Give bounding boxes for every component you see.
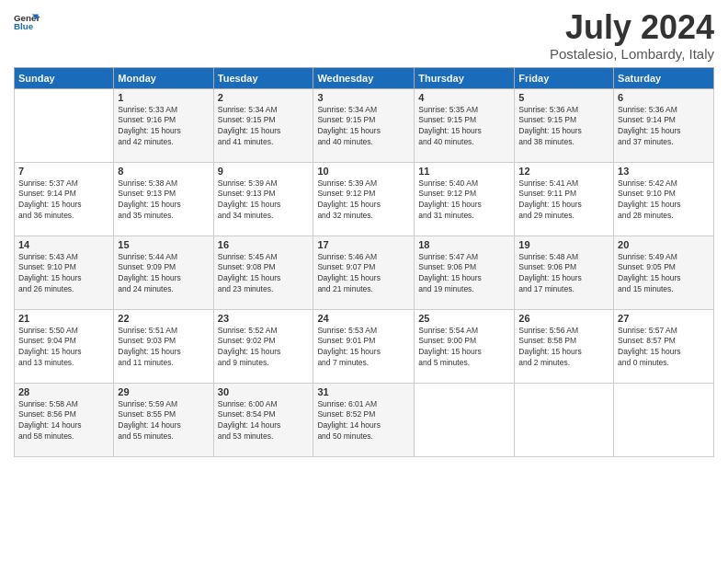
day-cell: 28Sunrise: 5:58 AMSunset: 8:56 PMDayligh… xyxy=(15,383,114,456)
day-cell: 5Sunrise: 5:36 AMSunset: 9:15 PMDaylight… xyxy=(515,88,614,162)
day-cell: 4Sunrise: 5:35 AMSunset: 9:15 PMDaylight… xyxy=(415,88,515,162)
day-number: 16 xyxy=(218,239,310,250)
day-info: Sunrise: 5:43 AMSunset: 9:10 PMDaylight:… xyxy=(18,252,109,296)
day-number: 5 xyxy=(518,92,609,103)
day-number: 6 xyxy=(618,92,710,103)
day-info: Sunrise: 5:34 AMSunset: 9:15 PMDaylight:… xyxy=(218,105,310,149)
day-number: 26 xyxy=(518,313,609,324)
header: General Blue July 2024 Postalesio, Lomba… xyxy=(14,9,714,62)
week-row-1: 1Sunrise: 5:33 AMSunset: 9:16 PMDaylight… xyxy=(15,88,714,162)
col-sunday: Sunday xyxy=(15,67,114,88)
month-title: July 2024 xyxy=(550,9,714,46)
day-cell xyxy=(614,383,714,456)
calendar-header: Sunday Monday Tuesday Wednesday Thursday… xyxy=(15,67,714,88)
location-title: Postalesio, Lombardy, Italy xyxy=(550,46,714,62)
day-info: Sunrise: 6:01 AMSunset: 8:52 PMDaylight:… xyxy=(317,399,410,443)
day-cell: 20Sunrise: 5:49 AMSunset: 9:05 PMDayligh… xyxy=(614,236,714,309)
day-number: 24 xyxy=(317,313,410,324)
day-info: Sunrise: 5:45 AMSunset: 9:08 PMDaylight:… xyxy=(218,252,310,296)
day-cell: 2Sunrise: 5:34 AMSunset: 9:15 PMDaylight… xyxy=(213,88,313,162)
calendar-body: 1Sunrise: 5:33 AMSunset: 9:16 PMDaylight… xyxy=(15,88,714,456)
day-cell xyxy=(415,383,515,456)
calendar-table: Sunday Monday Tuesday Wednesday Thursday… xyxy=(14,67,714,457)
day-number: 7 xyxy=(18,166,109,177)
day-info: Sunrise: 5:53 AMSunset: 9:01 PMDaylight:… xyxy=(317,326,410,370)
day-cell: 8Sunrise: 5:38 AMSunset: 9:13 PMDaylight… xyxy=(114,162,213,236)
col-tuesday: Tuesday xyxy=(213,67,313,88)
day-cell: 31Sunrise: 6:01 AMSunset: 8:52 PMDayligh… xyxy=(313,383,415,456)
day-number: 14 xyxy=(18,239,109,250)
day-number: 15 xyxy=(118,239,209,250)
day-info: Sunrise: 5:35 AMSunset: 9:15 PMDaylight:… xyxy=(418,105,510,149)
day-info: Sunrise: 5:39 AMSunset: 9:13 PMDaylight:… xyxy=(218,178,310,223)
day-info: Sunrise: 5:54 AMSunset: 9:00 PMDaylight:… xyxy=(418,326,510,370)
day-info: Sunrise: 5:33 AMSunset: 9:16 PMDaylight:… xyxy=(118,105,209,149)
day-number: 23 xyxy=(218,313,310,324)
day-number: 17 xyxy=(317,239,410,250)
day-info: Sunrise: 5:34 AMSunset: 9:15 PMDaylight:… xyxy=(317,105,410,149)
logo-icon: General Blue xyxy=(14,9,40,35)
week-row-4: 21Sunrise: 5:50 AMSunset: 9:04 PMDayligh… xyxy=(15,309,714,383)
day-cell: 14Sunrise: 5:43 AMSunset: 9:10 PMDayligh… xyxy=(15,236,114,309)
day-number: 19 xyxy=(518,239,609,250)
day-cell xyxy=(515,383,614,456)
day-cell: 24Sunrise: 5:53 AMSunset: 9:01 PMDayligh… xyxy=(313,309,415,383)
day-cell xyxy=(15,88,114,162)
day-info: Sunrise: 5:42 AMSunset: 9:10 PMDaylight:… xyxy=(618,178,710,223)
day-cell: 19Sunrise: 5:48 AMSunset: 9:06 PMDayligh… xyxy=(515,236,614,309)
day-number: 21 xyxy=(18,313,109,324)
day-info: Sunrise: 5:41 AMSunset: 9:11 PMDaylight:… xyxy=(518,178,609,223)
day-info: Sunrise: 5:59 AMSunset: 8:55 PMDaylight:… xyxy=(118,399,209,443)
day-info: Sunrise: 5:37 AMSunset: 9:14 PMDaylight:… xyxy=(18,178,109,223)
day-cell: 15Sunrise: 5:44 AMSunset: 9:09 PMDayligh… xyxy=(114,236,213,309)
day-cell: 27Sunrise: 5:57 AMSunset: 8:57 PMDayligh… xyxy=(614,309,714,383)
week-row-5: 28Sunrise: 5:58 AMSunset: 8:56 PMDayligh… xyxy=(15,383,714,456)
title-block: July 2024 Postalesio, Lombardy, Italy xyxy=(550,9,714,62)
day-number: 30 xyxy=(218,386,310,397)
day-cell: 22Sunrise: 5:51 AMSunset: 9:03 PMDayligh… xyxy=(114,309,213,383)
day-info: Sunrise: 5:38 AMSunset: 9:13 PMDaylight:… xyxy=(118,178,209,223)
day-number: 31 xyxy=(317,386,410,397)
day-number: 28 xyxy=(18,386,109,397)
day-number: 1 xyxy=(118,92,209,103)
day-cell: 17Sunrise: 5:46 AMSunset: 9:07 PMDayligh… xyxy=(313,236,415,309)
day-info: Sunrise: 5:36 AMSunset: 9:14 PMDaylight:… xyxy=(618,105,710,149)
day-info: Sunrise: 5:44 AMSunset: 9:09 PMDaylight:… xyxy=(118,252,209,296)
svg-text:Blue: Blue xyxy=(14,21,34,31)
day-number: 4 xyxy=(418,92,510,103)
day-info: Sunrise: 5:40 AMSunset: 9:12 PMDaylight:… xyxy=(418,178,510,223)
day-number: 2 xyxy=(218,92,310,103)
day-number: 8 xyxy=(118,166,209,177)
logo: General Blue xyxy=(14,9,40,35)
day-info: Sunrise: 5:49 AMSunset: 9:05 PMDaylight:… xyxy=(618,252,710,296)
day-cell: 1Sunrise: 5:33 AMSunset: 9:16 PMDaylight… xyxy=(114,88,213,162)
day-number: 20 xyxy=(618,239,710,250)
day-info: Sunrise: 5:47 AMSunset: 9:06 PMDaylight:… xyxy=(418,252,510,296)
day-number: 10 xyxy=(317,166,410,177)
day-number: 27 xyxy=(618,313,710,324)
day-cell: 26Sunrise: 5:56 AMSunset: 8:58 PMDayligh… xyxy=(515,309,614,383)
col-wednesday: Wednesday xyxy=(313,67,415,88)
day-number: 25 xyxy=(418,313,510,324)
day-number: 11 xyxy=(418,166,510,177)
day-cell: 29Sunrise: 5:59 AMSunset: 8:55 PMDayligh… xyxy=(114,383,213,456)
day-number: 29 xyxy=(118,386,209,397)
day-cell: 18Sunrise: 5:47 AMSunset: 9:06 PMDayligh… xyxy=(415,236,515,309)
day-cell: 30Sunrise: 6:00 AMSunset: 8:54 PMDayligh… xyxy=(213,383,313,456)
day-cell: 25Sunrise: 5:54 AMSunset: 9:00 PMDayligh… xyxy=(415,309,515,383)
col-friday: Friday xyxy=(515,67,614,88)
day-info: Sunrise: 5:56 AMSunset: 8:58 PMDaylight:… xyxy=(518,326,609,370)
day-cell: 6Sunrise: 5:36 AMSunset: 9:14 PMDaylight… xyxy=(614,88,714,162)
day-cell: 3Sunrise: 5:34 AMSunset: 9:15 PMDaylight… xyxy=(313,88,415,162)
col-saturday: Saturday xyxy=(614,67,714,88)
day-info: Sunrise: 5:52 AMSunset: 9:02 PMDaylight:… xyxy=(218,326,310,370)
day-info: Sunrise: 6:00 AMSunset: 8:54 PMDaylight:… xyxy=(218,399,310,443)
day-info: Sunrise: 5:57 AMSunset: 8:57 PMDaylight:… xyxy=(618,326,710,370)
day-info: Sunrise: 5:36 AMSunset: 9:15 PMDaylight:… xyxy=(518,105,609,149)
header-row: Sunday Monday Tuesday Wednesday Thursday… xyxy=(15,67,714,88)
day-info: Sunrise: 5:46 AMSunset: 9:07 PMDaylight:… xyxy=(317,252,410,296)
day-cell: 11Sunrise: 5:40 AMSunset: 9:12 PMDayligh… xyxy=(415,162,515,236)
day-cell: 16Sunrise: 5:45 AMSunset: 9:08 PMDayligh… xyxy=(213,236,313,309)
day-number: 9 xyxy=(218,166,310,177)
day-info: Sunrise: 5:51 AMSunset: 9:03 PMDaylight:… xyxy=(118,326,209,370)
